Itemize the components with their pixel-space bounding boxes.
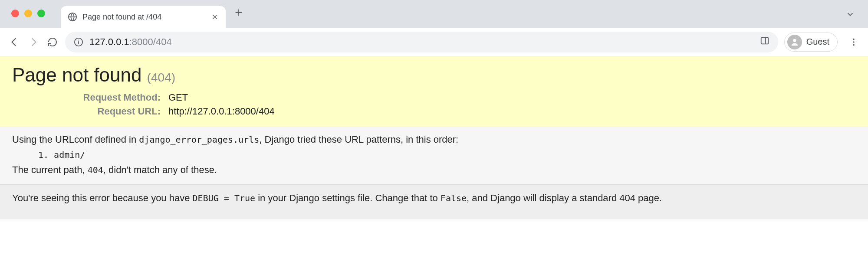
avatar-icon (787, 35, 802, 49)
side-panel-icon[interactable] (760, 36, 769, 48)
svg-point-3 (78, 39, 79, 40)
footer-false-code: False (441, 193, 467, 203)
footer-mid: in your Django settings file. Change tha… (255, 193, 441, 203)
request-url-label: Request URL: (47, 106, 168, 117)
reload-button[interactable] (46, 36, 59, 49)
minimize-window-icon[interactable] (24, 10, 32, 17)
nomatch-post: , didn't match any of these. (103, 164, 217, 175)
body-post: , Django tried these URL patterns, in th… (259, 134, 458, 145)
back-button[interactable] (8, 36, 21, 49)
url-path: :8000/404 (129, 36, 172, 47)
url-text: 127.0.0.1:8000/404 (89, 36, 172, 48)
new-tab-button[interactable] (230, 4, 247, 21)
url-pattern-item: 1. admin/ (38, 150, 856, 160)
site-info-icon[interactable] (74, 37, 83, 47)
window-controls (11, 10, 45, 17)
request-meta-table: Request Method: GET Request URL: http://… (47, 92, 856, 117)
profile-button[interactable]: Guest (784, 33, 838, 52)
footer-post: , and Django will display a standard 404… (467, 193, 662, 203)
error-header: Page not found (404) Request Method: GET… (0, 56, 868, 126)
request-method-label: Request Method: (47, 92, 168, 103)
request-url-value: http://127.0.0.1:8000/404 (168, 106, 856, 117)
browser-toolbar: 127.0.0.1:8000/404 Guest (0, 28, 868, 56)
maximize-window-icon[interactable] (37, 10, 45, 17)
svg-point-8 (853, 41, 855, 43)
svg-point-6 (793, 39, 796, 42)
footer-debug-code: DEBUG = True (193, 193, 256, 203)
svg-point-7 (853, 38, 855, 40)
footer-pre: You're seeing this error because you hav… (12, 193, 193, 203)
debug-hint: You're seeing this error because you hav… (12, 193, 856, 204)
heading-text: Page not found (12, 64, 141, 85)
request-method-value: GET (168, 92, 856, 103)
status-code: (404) (147, 71, 175, 84)
close-window-icon[interactable] (11, 10, 19, 17)
body-pre: Using the URLconf defined in (12, 134, 139, 145)
urlconf-sentence: Using the URLconf defined in django_erro… (12, 134, 856, 145)
address-bar[interactable]: 127.0.0.1:8000/404 (65, 32, 778, 52)
globe-icon (68, 12, 77, 22)
profile-label: Guest (806, 37, 829, 47)
tab-title: Page not found at /404 (82, 13, 206, 22)
nomatch-path-code: 404 (88, 165, 103, 175)
nomatch-sentence: The current path, 404, didn't match any … (12, 164, 856, 176)
svg-point-9 (853, 44, 855, 46)
svg-rect-4 (761, 37, 768, 44)
close-tab-icon[interactable] (211, 13, 219, 21)
browser-tab-strip: Page not found at /404 (0, 0, 868, 28)
error-footer: You're seeing this error because you hav… (0, 185, 868, 219)
menu-button[interactable] (847, 36, 860, 49)
url-host: 127.0.0.1 (89, 36, 129, 47)
page-title: Page not found (404) (12, 64, 856, 86)
error-body: Using the URLconf defined in django_erro… (0, 126, 868, 185)
browser-tab[interactable]: Page not found at /404 (61, 6, 226, 28)
url-pattern-list: 1. admin/ (38, 150, 856, 160)
urlconf-code: django_error_pages.urls (139, 134, 259, 145)
tab-search-icon[interactable] (845, 10, 855, 19)
nomatch-pre: The current path, (12, 164, 88, 175)
forward-button[interactable] (27, 36, 40, 49)
